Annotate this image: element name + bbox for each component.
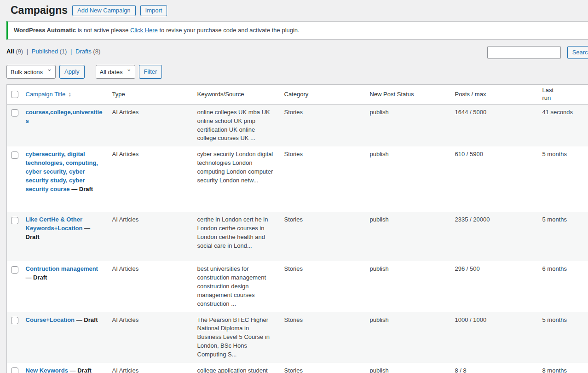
dates-filter-select[interactable]: All dates — [96, 65, 135, 79]
campaign-keywords: cyber security London digital technologi… — [193, 146, 280, 212]
campaign-last-run: 5 months — [538, 212, 588, 261]
campaign-category: Stories — [280, 312, 365, 363]
import-button[interactable]: Import — [140, 5, 167, 16]
campaign-title-link[interactable]: Course+Location — [26, 316, 75, 323]
campaign-keywords: certhe in London cert he in London certh… — [193, 212, 280, 261]
dates-filter-wrap: All dates — [96, 65, 135, 79]
plugin-name: WordPress Automatic — [14, 27, 76, 34]
campaign-type: AI Articles — [108, 261, 193, 312]
view-all-link[interactable]: All — [6, 48, 14, 55]
table-toolbar: Bulk actions Apply All dates Filter — [6, 65, 588, 79]
campaign-title-link[interactable]: Contruction management — [26, 265, 98, 272]
campaigns-page: Campaigns Add New Campaign Import WordPr… — [6, 0, 588, 373]
page-header: Campaigns Add New Campaign Import — [6, 0, 588, 17]
campaign-type: AI Articles — [108, 104, 193, 146]
campaign-category: Stories — [280, 146, 365, 212]
campaign-last-run: 5 months — [538, 146, 588, 212]
table-row: courses,college,universities AI Articles… — [7, 104, 588, 146]
column-header-status: New Post Status — [365, 85, 450, 105]
row-checkbox[interactable] — [11, 217, 18, 224]
row-checkbox[interactable] — [11, 317, 18, 324]
sort-indicator-icon: ▲▼ — [68, 92, 71, 97]
search-input[interactable] — [487, 46, 561, 59]
activation-notice: WordPress Automatic is not active please… — [6, 21, 588, 40]
campaign-last-run: 6 months — [538, 261, 588, 312]
page-title: Campaigns — [11, 4, 68, 17]
campaign-last-run: 8 months — [538, 363, 588, 373]
campaign-status: publish — [365, 146, 450, 212]
campaign-keywords: best universities for construction manag… — [193, 261, 280, 312]
campaign-status: publish — [365, 363, 450, 373]
campaign-category: Stories — [280, 212, 365, 261]
view-drafts-link[interactable]: Drafts — [75, 48, 92, 55]
bulk-actions-wrap: Bulk actions — [6, 65, 56, 79]
search-button[interactable]: Search — [567, 46, 588, 59]
campaign-type: AI Articles — [108, 312, 193, 363]
column-header-posts: Posts / max — [450, 85, 538, 105]
table-row: Course+Location — Draft AI Articles The … — [7, 312, 588, 363]
view-published-link[interactable]: Published — [32, 48, 58, 55]
click-here-link[interactable]: Click Here — [130, 27, 158, 34]
table-header: Campaign Title▲▼ Type Keywords/Source Ca… — [7, 85, 588, 105]
campaign-posts: 1644 / 5000 — [450, 104, 538, 146]
table-row: Like CertHe & Other Keywords+Location — … — [7, 212, 588, 261]
campaign-status: publish — [365, 261, 450, 312]
apply-button[interactable]: Apply — [59, 65, 85, 79]
campaign-keywords: online colleges UK mba UK online school … — [193, 104, 280, 146]
campaign-posts: 2335 / 20000 — [450, 212, 538, 261]
activation-notice-text: WordPress Automatic is not active please… — [14, 26, 588, 35]
row-checkbox[interactable] — [11, 109, 18, 117]
campaign-title-link[interactable]: New Keywords — [26, 367, 68, 373]
campaign-posts: 1000 / 1000 — [450, 312, 538, 363]
campaign-title-link[interactable]: Like CertHe & Other Keywords+Location — [26, 216, 83, 232]
campaign-type: AI Articles — [108, 363, 193, 373]
select-all-checkbox[interactable] — [11, 91, 18, 98]
campaign-posts: 296 / 500 — [450, 261, 538, 312]
table-row: New Keywords — Draft Edit | Duplicate | … — [7, 363, 588, 373]
campaign-category: Stories — [280, 363, 365, 373]
bulk-actions-select[interactable]: Bulk actions — [6, 65, 56, 79]
campaign-status: publish — [365, 104, 450, 146]
campaign-keywords: college application student loan applica… — [193, 363, 280, 373]
campaign-status: publish — [365, 312, 450, 363]
campaigns-table: Campaign Title▲▼ Type Keywords/Source Ca… — [6, 84, 588, 373]
filter-button[interactable]: Filter — [139, 65, 162, 79]
table-row: cybersecurity, digital technologies, com… — [7, 146, 588, 212]
add-new-campaign-button[interactable]: Add New Campaign — [72, 5, 136, 16]
campaign-last-run: 5 months — [538, 312, 588, 363]
campaign-posts: 8 / 8 — [450, 363, 538, 373]
campaign-title-link[interactable]: courses,college,universities — [26, 109, 103, 124]
column-header-keywords: Keywords/Source — [193, 85, 280, 105]
campaign-last-run: 41 seconds — [538, 104, 588, 146]
campaign-keywords: The Pearson BTEC Higher National Diploma… — [193, 312, 280, 363]
table-body: courses,college,universities AI Articles… — [7, 104, 588, 373]
campaign-category: Stories — [280, 104, 365, 146]
column-header-type: Type — [108, 85, 193, 105]
campaign-status: publish — [365, 212, 450, 261]
campaign-type: AI Articles — [108, 146, 193, 212]
column-header-category: Category — [280, 85, 365, 105]
campaign-posts: 610 / 5900 — [450, 146, 538, 212]
search-box: Search — [487, 46, 588, 59]
sort-by-title-link[interactable]: Campaign Title▲▼ — [26, 91, 72, 99]
row-checkbox[interactable] — [11, 152, 18, 159]
campaign-category: Stories — [280, 261, 365, 312]
column-header-last-run: Last run — [538, 85, 588, 105]
row-checkbox[interactable] — [11, 266, 18, 274]
table-row: Contruction management — Draft AI Articl… — [7, 261, 588, 312]
campaign-type: AI Articles — [108, 212, 193, 261]
row-checkbox[interactable] — [11, 367, 18, 373]
